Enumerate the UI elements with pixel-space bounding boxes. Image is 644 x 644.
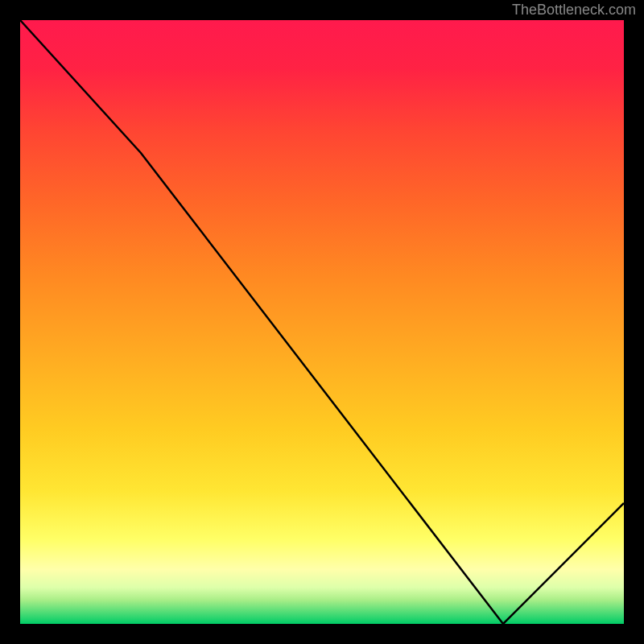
chart-line (20, 20, 624, 624)
watermark-text: TheBottleneck.com (512, 2, 636, 19)
plot-container (20, 20, 624, 624)
plot-area (20, 20, 624, 624)
